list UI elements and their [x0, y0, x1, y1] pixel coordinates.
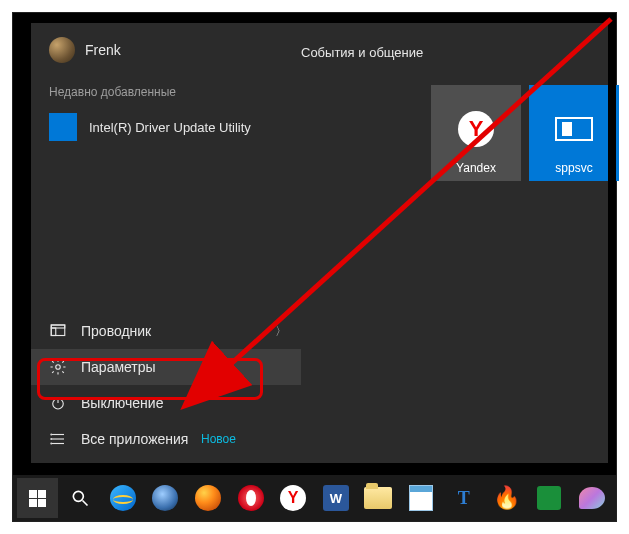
svg-point-11 [51, 443, 52, 444]
taskbar-ie[interactable] [102, 478, 143, 518]
tile-yandex[interactable]: Y Yandex [431, 85, 521, 181]
nav-all-apps[interactable]: Все приложения Новое [31, 421, 301, 457]
taskbar-yandex[interactable]: Y [273, 478, 314, 518]
svg-point-3 [56, 365, 61, 370]
taskbar-flame[interactable]: 🔥 [486, 478, 527, 518]
firefox-icon [195, 485, 221, 511]
nav-label: Проводник [81, 323, 151, 339]
explorer-icon [49, 322, 67, 340]
taskbar-opera[interactable] [230, 478, 271, 518]
notepad-icon [409, 485, 433, 511]
opera-icon [238, 485, 264, 511]
tile-grid: Y Yandex sppsvc [431, 85, 619, 181]
taskbar-firefox[interactable] [188, 478, 229, 518]
nav-explorer[interactable]: Проводник 〉 [31, 313, 301, 349]
svg-point-14 [73, 491, 83, 501]
windows-logo-icon [29, 490, 46, 507]
internet-explorer-icon [110, 485, 136, 511]
taskbar-greenbox[interactable] [529, 478, 570, 518]
user-name-label: Frenk [85, 42, 121, 58]
svg-rect-0 [51, 325, 65, 336]
taskbar-search[interactable] [60, 478, 101, 518]
all-apps-icon [49, 430, 67, 448]
tile-sppsvc[interactable]: sppsvc [529, 85, 619, 181]
taskbar-srwiron[interactable] [145, 478, 186, 518]
chevron-right-icon: 〉 [275, 323, 287, 340]
power-icon [49, 394, 67, 412]
nav-label: Все приложения [81, 431, 188, 447]
green-app-icon [537, 486, 561, 510]
tile-label: Yandex [456, 161, 496, 175]
taskbar-word[interactable]: W [315, 478, 356, 518]
tt-app-icon: T [458, 488, 470, 509]
nav-label: Выключение [81, 395, 163, 411]
sppsvc-icon [554, 109, 594, 149]
user-avatar-icon [49, 37, 75, 63]
new-badge: Новое [201, 432, 236, 446]
folder-icon [364, 487, 392, 509]
nav-power[interactable]: Выключение [31, 385, 301, 421]
paint-palette-icon [579, 487, 605, 509]
taskbar-tt[interactable]: T [443, 478, 484, 518]
svg-point-9 [51, 434, 52, 435]
svg-rect-2 [51, 328, 56, 336]
svg-point-10 [51, 439, 52, 440]
flame-icon: 🔥 [493, 485, 520, 511]
nav-label: Параметры [81, 359, 156, 375]
yandex-icon: Y [280, 485, 306, 511]
tile-label: sppsvc [555, 161, 592, 175]
screenshot-frame: Frenk События и общение Недавно добавлен… [12, 12, 617, 522]
taskbar: Y W T 🔥 [13, 475, 616, 521]
taskbar-notepad[interactable] [401, 478, 442, 518]
taskbar-folder[interactable] [358, 478, 399, 518]
yandex-icon: Y [456, 109, 496, 149]
browser-globe-icon [152, 485, 178, 511]
start-button[interactable] [17, 478, 58, 518]
recent-app-label: Intel(R) Driver Update Utility [89, 120, 251, 135]
taskbar-paint[interactable] [571, 478, 612, 518]
app-tile-icon [49, 113, 77, 141]
search-icon [70, 488, 90, 508]
gear-icon [49, 358, 67, 376]
nav-settings[interactable]: Параметры [31, 349, 301, 385]
tile-group-heading[interactable]: События и общение [301, 45, 423, 60]
start-menu: Frenk События и общение Недавно добавлен… [31, 23, 611, 463]
desktop-edge [608, 23, 616, 463]
start-menu-bottom-list: Проводник 〉 Параметры Выключение Все [31, 313, 301, 463]
word-icon: W [323, 485, 349, 511]
svg-line-15 [82, 501, 87, 506]
